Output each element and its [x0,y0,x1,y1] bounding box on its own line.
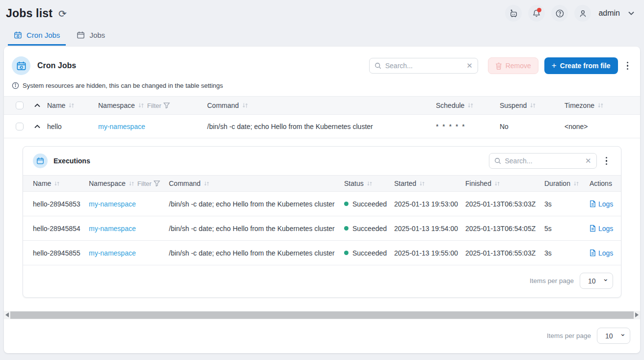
cron-search-input[interactable] [385,62,462,70]
executions-menu-button[interactable] [602,154,612,168]
status-text: Succeeded [352,249,387,257]
execution-finished: 2025-01-13T06:53:03Z [465,200,544,208]
sort-icon [204,181,210,186]
panel-title: Cron Jobs [37,61,76,70]
status-dot [344,226,349,231]
sort-icon [129,181,134,186]
items-per-page-select-wrap: 10 [597,328,630,344]
execution-command: /bin/sh -c date; echo Hello from the Kub… [169,249,344,257]
column-header-status[interactable]: Status [344,180,394,187]
logs-button[interactable]: Logs [590,225,621,232]
topbar: Jobs list ⟳ [0,0,644,23]
cron-jobs-panel: Cron Jobs ✕ Remove + Create from file [4,47,640,353]
collapse-all-chevron[interactable] [27,103,47,107]
executions-table-header: Name Namespace Filter Command Status [23,175,621,192]
items-per-page-label: Items per page [530,277,574,284]
column-header-duration[interactable]: Duration [544,180,590,187]
column-header-suspend[interactable]: Suspend [500,102,564,109]
row-checkbox[interactable] [16,123,24,130]
plus-icon: + [552,61,557,71]
status-text: Succeeded [352,200,387,208]
assistant-button[interactable] [505,5,522,22]
tab-jobs[interactable]: Jobs [71,26,111,46]
question-icon [555,9,564,18]
execution-row: hello-28945854 my-namespace /bin/sh -c d… [23,216,621,241]
sort-icon [68,103,75,108]
column-header-finished[interactable]: Finished [465,180,544,187]
cron-job-row: hello my-namespace /bin/sh -c date; echo… [4,115,640,138]
scrollbar-thumb[interactable] [10,311,634,319]
column-header-command[interactable]: Command [169,180,344,187]
user-avatar[interactable] [574,5,591,22]
refresh-icon[interactable]: ⟳ [58,9,67,19]
sort-icon [54,181,60,186]
scrollbar-right-arrow[interactable] [635,312,639,317]
notifications-button[interactable] [528,5,545,22]
collapse-row-chevron[interactable] [27,125,47,129]
page-title: Jobs list [6,7,53,20]
execution-name: hello-28945853 [23,200,89,208]
document-icon [590,225,596,232]
robot-icon [509,9,518,18]
column-header-started[interactable]: Started [394,180,465,187]
status-dot [344,251,349,255]
execution-duration: 3s [544,249,590,257]
search-icon [375,62,381,69]
executions-title: Executions [54,157,90,165]
tab-bar: Cron Jobs Jobs [0,26,644,46]
execution-row: hello-28945853 my-namespace /bin/sh -c d… [23,192,621,216]
execution-duration: 3s [544,200,590,208]
person-icon [578,9,588,18]
expanded-row-section: Executions ✕ Name Namespace [4,138,640,298]
column-header-namespace[interactable]: Namespace Filter [89,180,169,187]
cron-jobs-panel-icon [12,56,30,75]
cron-name: hello [47,123,98,130]
search-icon [494,157,501,164]
namespace-link[interactable]: my-namespace [89,200,136,208]
execution-command: /bin/sh -c date; echo Hello from the Kub… [169,225,344,232]
calendar-icon [77,31,85,39]
help-button[interactable] [551,5,568,22]
notice-text: System resources are hidden, this can be… [23,82,223,89]
document-icon [590,200,596,207]
chevron-down-icon[interactable] [628,11,634,15]
clear-search-icon[interactable]: ✕ [466,61,473,70]
cron-schedule: * * * * * [436,123,500,130]
column-header-schedule[interactable]: Schedule [436,102,500,109]
tab-cron-jobs[interactable]: Cron Jobs [8,26,66,46]
execution-finished: 2025-01-13T06:55:03Z [465,249,544,257]
logs-button[interactable]: Logs [590,249,621,257]
sort-icon [419,181,425,186]
system-resources-notice: System resources are hidden, this can be… [4,82,640,96]
namespace-filter[interactable]: Filter [137,180,160,187]
column-header-namespace[interactable]: Namespace Filter [98,102,207,109]
trash-icon [495,62,502,70]
panel-menu-button[interactable] [623,59,633,73]
remove-button[interactable]: Remove [488,57,538,74]
column-header-timezone[interactable]: Timezone [564,102,640,109]
horizontal-scrollbar [4,311,640,319]
namespace-link[interactable]: my-namespace [98,123,145,130]
cron-calendar-icon [14,31,22,39]
funnel-icon [163,103,170,108]
column-header-name[interactable]: Name [23,180,89,187]
namespace-link[interactable]: my-namespace [89,249,136,257]
create-from-file-button[interactable]: + Create from file [544,57,618,74]
column-header-command[interactable]: Command [207,102,436,109]
user-name[interactable]: admin [598,9,620,18]
scrollbar-left-arrow[interactable] [5,312,9,317]
clear-search-icon[interactable]: ✕ [585,156,591,165]
sort-icon [138,103,144,108]
items-per-page-select[interactable]: 10 [597,328,630,344]
executions-search-input[interactable] [505,157,581,165]
items-per-page-select[interactable]: 10 [580,273,613,289]
logs-button[interactable]: Logs [590,200,621,208]
info-icon [12,82,19,89]
namespace-filter[interactable]: Filter [147,102,170,109]
namespace-link[interactable]: my-namespace [89,225,136,232]
execution-started: 2025-01-13 19:53:00 [394,200,465,208]
column-header-name[interactable]: Name [47,102,98,109]
sort-icon [494,181,500,186]
select-all-checkbox[interactable] [16,102,24,109]
cron-timezone: <none> [564,123,640,130]
